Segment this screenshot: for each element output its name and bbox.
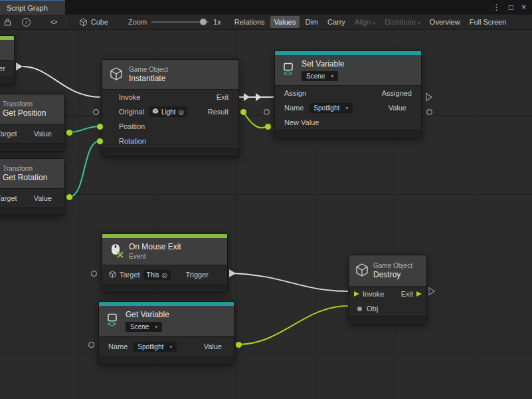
port-setvariable-name-input[interactable] xyxy=(264,109,270,115)
node-footer xyxy=(99,356,234,364)
svg-text:<>: <> xyxy=(284,69,292,77)
variable-name-dropdown[interactable]: Spotlight ▾ xyxy=(309,103,353,113)
value-output-label: Value xyxy=(34,130,52,138)
node-get-position[interactable]: Transform Get Position Target Value xyxy=(0,94,64,152)
variable-name-dropdown[interactable]: Spotlight ▾ xyxy=(133,342,177,352)
node-category: Game Object xyxy=(373,261,412,270)
node-subtitle: Event xyxy=(129,252,181,261)
wire-event-trigger-to-instantiate-invoke[interactable] xyxy=(23,66,100,97)
port-get-position-value-output[interactable] xyxy=(66,130,72,136)
node-title: Instantiate xyxy=(129,74,168,84)
object-field-this[interactable]: This ◎ xyxy=(143,270,171,280)
cube-icon xyxy=(109,271,116,279)
toolbar-button-distribute[interactable]: Distribute▾ xyxy=(381,16,424,28)
node-destroy[interactable]: Game Object Destroy Invoke Exit Obj xyxy=(349,255,427,325)
toolbar-separator xyxy=(66,18,67,27)
port-mouseexit-trigger-output-arrow[interactable] xyxy=(229,269,236,277)
node-on-mouse-exit[interactable]: On Mouse Exit Event Target This ◎ Trigge… xyxy=(102,233,228,293)
wire-getposition-value-to-position[interactable] xyxy=(69,126,100,132)
port-destroy-exit-output[interactable] xyxy=(429,288,434,295)
target-input-label: Target xyxy=(0,194,17,202)
node-footer xyxy=(0,207,64,215)
port-getvariable-value-output[interactable] xyxy=(236,342,242,348)
port-setvariable-assign-arrow[interactable] xyxy=(256,93,262,101)
node-event-partial[interactable]: Trigger xyxy=(0,35,15,85)
target-input-label: Target xyxy=(120,271,140,279)
node-category: Transform xyxy=(3,164,47,173)
invoke-input-label: Invoke xyxy=(119,93,140,101)
chevron-down-icon: ▾ xyxy=(373,20,375,26)
object-field-value: Light xyxy=(161,108,176,116)
original-input-label: Original xyxy=(119,108,144,116)
lock-icon[interactable] xyxy=(4,18,11,26)
port-setvariable-value-output[interactable] xyxy=(426,109,432,115)
tab-script-graph[interactable]: Script Graph xyxy=(0,0,65,15)
port-instantiate-rotation-input[interactable] xyxy=(97,138,103,144)
window-close-icon[interactable]: × xyxy=(521,0,526,15)
node-footer xyxy=(0,143,64,151)
toolbar-button-overview[interactable]: Overview xyxy=(426,16,464,28)
port-setvariable-newvalue-input[interactable] xyxy=(265,124,271,130)
tab-bar: Script Graph ⋮ □ × xyxy=(0,0,532,15)
toolbar-button-relations[interactable]: Relations xyxy=(230,16,269,28)
node-footer xyxy=(0,76,14,84)
zoom-slider-knob[interactable] xyxy=(200,19,207,25)
svg-text:<>: <> xyxy=(108,320,116,328)
wire-instantiate-result-to-new-value[interactable] xyxy=(243,112,267,128)
toolbar-buttons: Relations Values Dim Carry Align▾ Distri… xyxy=(230,16,511,28)
graph-canvas[interactable]: Trigger Transform Get Position Target Va… xyxy=(0,30,532,399)
toolbar-button-distribute-label: Distribute xyxy=(385,18,415,26)
exit-output-port-arrow[interactable] xyxy=(416,291,422,297)
wire-getrotation-value-to-rotation[interactable] xyxy=(69,141,100,197)
node-header xyxy=(0,40,14,60)
port-instantiate-position-input[interactable] xyxy=(97,124,103,130)
zoom-slider[interactable] xyxy=(151,21,209,23)
node-category: Game Object xyxy=(129,65,168,74)
object-field-value: This xyxy=(147,271,159,279)
trigger-output-label: Trigger xyxy=(186,271,209,279)
window-menu-icon[interactable]: ⋮ xyxy=(493,0,501,15)
exit-output-label: Exit xyxy=(401,290,413,298)
graph-target-name[interactable]: Cube xyxy=(91,18,108,26)
port-instantiate-exit-arrow[interactable] xyxy=(244,93,250,101)
toolbar-button-align[interactable]: Align▾ xyxy=(351,16,379,28)
trigger-port-label: Trigger xyxy=(0,65,5,72)
wire-mouseexit-trigger-to-destroy-invoke[interactable] xyxy=(230,273,348,291)
object-picker-icon[interactable]: ◎ xyxy=(179,108,185,116)
port-setvariable-assigned-output[interactable] xyxy=(426,94,432,101)
obj-input-port[interactable] xyxy=(357,307,362,311)
port-instantiate-result-output[interactable] xyxy=(240,109,246,115)
code-icon[interactable]: <> xyxy=(50,19,57,26)
toolbar-button-dim[interactable]: Dim xyxy=(301,16,322,28)
node-get-variable[interactable]: <> Get Variable Scene ▾ Name Spotlight ▾ xyxy=(98,301,234,365)
node-title: Set Variable xyxy=(302,59,344,69)
port-mouseexit-target-input[interactable] xyxy=(91,271,97,277)
variable-scope-dropdown[interactable]: Scene ▾ xyxy=(126,322,162,332)
object-field-light[interactable]: Light ◎ xyxy=(149,106,187,117)
port-getvariable-name-input[interactable] xyxy=(88,342,94,348)
node-set-variable[interactable]: <> Set Variable Scene ▾ Assign Assigned … xyxy=(274,51,422,138)
node-title: Get Rotation xyxy=(3,173,47,183)
port-instantiate-original-input[interactable] xyxy=(93,109,99,115)
node-get-rotation[interactable]: Transform Get Rotation Target Value xyxy=(0,158,64,216)
wire-getvariable-value-to-destroy-obj[interactable] xyxy=(238,306,348,344)
window-maximize-icon[interactable]: □ xyxy=(509,0,513,15)
port-event-trigger-output-arrow[interactable] xyxy=(16,63,23,70)
toolbar-button-align-label: Align xyxy=(355,18,371,26)
node-instantiate[interactable]: Game Object Instantiate Invoke Exit Orig… xyxy=(102,59,239,157)
chevron-down-icon: ▾ xyxy=(418,20,420,26)
variable-icon: <> xyxy=(106,313,120,329)
obj-input-label: Obj xyxy=(367,305,378,313)
node-footer xyxy=(102,284,227,292)
toolbar-button-fullscreen[interactable]: Full Screen xyxy=(466,16,511,28)
info-icon[interactable]: i xyxy=(22,18,31,27)
position-input-label: Position xyxy=(119,122,145,130)
toolbar-button-carry[interactable]: Carry xyxy=(323,16,349,28)
object-picker-icon[interactable]: ◎ xyxy=(161,271,167,279)
window-controls: ⋮ □ × xyxy=(493,0,532,15)
variable-scope-dropdown[interactable]: Scene ▾ xyxy=(302,71,338,81)
port-get-rotation-value-output[interactable] xyxy=(66,194,72,200)
toolbar-button-values[interactable]: Values xyxy=(270,16,300,28)
invoke-input-port-arrow[interactable] xyxy=(353,291,360,297)
chevron-down-icon: ▾ xyxy=(155,324,157,330)
